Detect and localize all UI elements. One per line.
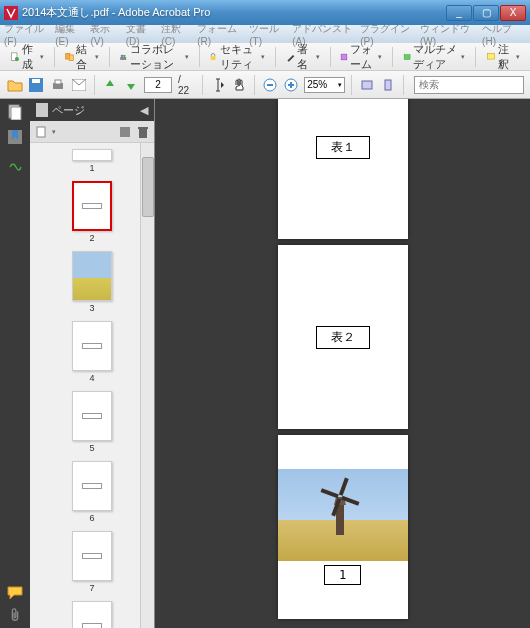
toolbar-secondary: / 22 25%▾ (0, 71, 530, 99)
svg-point-2 (15, 57, 19, 61)
maximize-button[interactable]: ▢ (473, 5, 499, 21)
window-controls: _ ▢ X (446, 5, 526, 21)
doc-page-1[interactable]: 表１ (278, 99, 408, 239)
thumbs-scrollbar[interactable] (140, 143, 154, 628)
minimize-button[interactable]: _ (446, 5, 472, 21)
thumb-label: 5 (89, 443, 94, 453)
attach-icon (7, 608, 23, 622)
zoom-level[interactable]: 25%▾ (304, 77, 345, 93)
comment-button[interactable]: 注釈▾ (482, 40, 524, 74)
hand-tool[interactable] (231, 76, 249, 94)
signatures-tab[interactable] (6, 155, 24, 173)
doc-page-2[interactable]: 表２ (278, 245, 408, 429)
search-input[interactable] (414, 76, 524, 94)
thumb-2[interactable] (72, 181, 112, 231)
thumb-label: 3 (89, 303, 94, 313)
page-down-button[interactable] (122, 76, 140, 94)
close-button[interactable]: X (500, 5, 526, 21)
form-button[interactable]: フォーム▾ (336, 40, 386, 74)
svg-rect-29 (139, 129, 147, 138)
panel-title: ページ (52, 103, 85, 118)
windmill-icon (320, 477, 360, 537)
main-area: ページ ◀ ▾ 1 2 3 4 5 6 (0, 99, 530, 628)
thumb-3[interactable] (72, 251, 112, 301)
zoom-in-button[interactable] (283, 76, 301, 94)
print-button[interactable] (49, 76, 67, 94)
sign-button[interactable]: 署名▾ (282, 40, 324, 74)
security-button[interactable]: セキュリティ▾ (205, 40, 269, 74)
thumb-5[interactable] (72, 391, 112, 441)
open-button[interactable] (6, 76, 24, 94)
thumb-label: 1 (89, 163, 94, 173)
page-number-input[interactable] (144, 77, 172, 93)
fitwidth-icon (360, 78, 374, 92)
combine-button[interactable]: 結合▾ (61, 40, 103, 74)
collab-button[interactable]: コラボレーション▾ (115, 40, 192, 74)
thumb-7[interactable] (72, 531, 112, 581)
panel-collapse[interactable]: ◀ (140, 104, 148, 117)
page-label: 1 (324, 565, 361, 585)
mail-icon (72, 79, 86, 91)
toolbar-primary: 作成▾ 結合▾ コラボレーション▾ セキュリティ▾ 署名▾ フォーム▾ マルチメ… (0, 43, 530, 71)
panel-delete-icon[interactable] (136, 125, 150, 139)
svg-point-5 (121, 54, 123, 56)
svg-rect-10 (404, 54, 410, 59)
panel-header: ページ ◀ (30, 99, 154, 121)
thumb-4[interactable] (72, 321, 112, 371)
svg-rect-23 (385, 80, 391, 90)
pages-tab[interactable] (6, 103, 24, 121)
thumb-label: 7 (89, 583, 94, 593)
folder-icon (7, 78, 23, 92)
doc-page-3[interactable]: 1 (278, 435, 408, 619)
titlebar: 2014本文通し.pdf - Adobe Acrobat Pro _ ▢ X (0, 0, 530, 25)
thumb-6[interactable] (72, 461, 112, 511)
lock-icon (209, 50, 217, 64)
select-tool[interactable] (209, 76, 227, 94)
svg-rect-11 (487, 53, 494, 59)
fit-width-button[interactable] (358, 76, 376, 94)
create-button[interactable]: 作成▾ (6, 40, 48, 74)
combine-icon (65, 50, 75, 64)
svg-rect-8 (211, 56, 216, 60)
form-icon (340, 50, 348, 64)
save-button[interactable] (28, 76, 46, 94)
page-label: 表２ (316, 326, 370, 349)
multimedia-button[interactable]: マルチメディア▾ (399, 40, 470, 74)
panel-toolbar: ▾ (30, 121, 154, 143)
svg-rect-7 (120, 57, 126, 60)
email-button[interactable] (71, 76, 89, 94)
collab-icon (119, 50, 127, 64)
fitpage-icon (381, 78, 395, 92)
speech-icon (7, 586, 23, 600)
panel-new-icon[interactable] (34, 125, 48, 139)
svg-rect-4 (69, 54, 73, 60)
svg-point-6 (123, 54, 125, 56)
svg-rect-27 (37, 127, 45, 137)
hand-icon (232, 78, 246, 92)
svg-rect-13 (32, 79, 40, 83)
page-label: 表１ (316, 136, 370, 159)
thumb-1[interactable] (72, 149, 112, 161)
panel-options-icon[interactable] (118, 125, 132, 139)
svg-rect-9 (341, 54, 347, 60)
down-icon (125, 78, 137, 92)
svg-rect-15 (55, 80, 61, 84)
thumb-8[interactable] (72, 601, 112, 628)
svg-rect-28 (120, 127, 130, 137)
fit-page-button[interactable] (380, 76, 398, 94)
bookmarks-tab[interactable] (6, 129, 24, 147)
svg-rect-25 (11, 107, 21, 120)
thumb-label: 6 (89, 513, 94, 523)
panel-dd[interactable]: ▾ (52, 128, 56, 136)
page-up-button[interactable] (101, 76, 119, 94)
page-total: / 22 (178, 74, 194, 96)
thumbnails: 1 2 3 4 5 6 7 8 9 (30, 143, 154, 628)
bookmark-icon (8, 130, 22, 146)
multimedia-icon (403, 50, 411, 64)
zoom-out-button[interactable] (261, 76, 279, 94)
document-viewport[interactable]: 表１ 表２ (155, 99, 530, 628)
page-icon (36, 103, 48, 117)
printer-icon (51, 78, 65, 92)
svg-rect-35 (320, 488, 338, 498)
navigation-strip (0, 99, 30, 628)
